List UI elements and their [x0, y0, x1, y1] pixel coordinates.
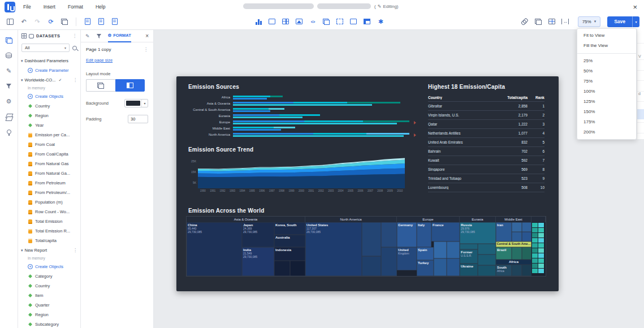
treemap-cell[interactable]: Spain: [417, 247, 434, 260]
zoom-menu-item[interactable]: 25%: [577, 56, 636, 66]
tree-item[interactable]: Emission per Ca...: [18, 130, 80, 140]
tree-item[interactable]: +Create Objects: [18, 92, 80, 101]
zoom-menu-item[interactable]: 125%: [577, 97, 636, 107]
treemap-cell[interactable]: Brazil: [496, 247, 512, 260]
caret-down-icon[interactable]: ▾: [21, 248, 23, 253]
zoom-menu-item[interactable]: 200%: [577, 127, 636, 137]
table-row[interactable]: Kuwait5927: [428, 156, 544, 165]
zoom-menu-item[interactable]: Fill the View: [577, 41, 636, 51]
tree-item[interactable]: Population (m): [18, 197, 80, 207]
zoom-menu-item[interactable]: Fit to View: [577, 31, 636, 41]
embed-icon[interactable]: [546, 16, 557, 27]
treemap-cell[interactable]: [362, 256, 381, 276]
help-nav-icon[interactable]: [4, 127, 14, 137]
treemap-small-cell[interactable]: [538, 269, 544, 273]
bar[interactable]: [233, 127, 411, 128]
zoom-menu-item[interactable]: 50%: [577, 66, 636, 76]
tree-item[interactable]: Total/capita: [18, 236, 80, 245]
save-options-icon[interactable]: ▾: [632, 16, 639, 27]
tree-section[interactable]: ▾New Report⋮: [18, 245, 80, 255]
table-row[interactable]: Gibraltar2,8581: [428, 102, 544, 111]
treemap-cell[interactable]: [460, 244, 478, 249]
insert-html-icon[interactable]: <>: [307, 16, 318, 27]
bar[interactable]: [233, 108, 411, 110]
filter-nav-icon[interactable]: [4, 81, 14, 91]
search-icon[interactable]: [72, 46, 77, 50]
treemap-cell[interactable]: [362, 222, 381, 256]
table-row[interactable]: Qatar1,2223: [428, 120, 544, 129]
treemap-cell[interactable]: Iran: [496, 222, 512, 241]
bar[interactable]: [233, 120, 411, 122]
bar[interactable]: [233, 98, 411, 100]
table-row[interactable]: Luxembourg50810: [428, 183, 544, 192]
background-color-picker[interactable]: ▾: [124, 99, 148, 107]
bar[interactable]: [233, 123, 411, 124]
tree-item[interactable]: +Create Parameter: [18, 66, 80, 75]
menu-insert[interactable]: Insert: [44, 4, 55, 10]
treemap-small-cell[interactable]: [532, 258, 538, 263]
insert-pivot-icon[interactable]: [361, 16, 373, 27]
treemap-cell[interactable]: [290, 261, 305, 276]
treemap-cell[interactable]: UnitedKingdom: [397, 247, 417, 270]
redo-icon[interactable]: ↷: [32, 16, 43, 27]
dataset-filter-select[interactable]: All ▾: [21, 44, 70, 52]
tree-item[interactable]: From Natural Ga...: [18, 169, 80, 178]
treemap-small-cell[interactable]: [532, 223, 538, 227]
treemap-small-cell[interactable]: [538, 248, 544, 253]
treemap-cell[interactable]: [478, 244, 496, 254]
treemap-cell[interactable]: Germany: [397, 222, 417, 247]
table-row[interactable]: United Arab Emirates8325: [428, 138, 544, 147]
tree-item[interactable]: +Create Objects: [18, 262, 80, 271]
tree-item[interactable]: Total Emission: [18, 217, 80, 226]
treemap-small-cell[interactable]: [538, 238, 544, 243]
treemap-small-cell[interactable]: [532, 243, 538, 248]
insert-shape-icon[interactable]: [321, 16, 332, 27]
treemap-cell[interactable]: Korea, South: [274, 222, 305, 235]
refresh-icon[interactable]: ⟳: [45, 16, 57, 27]
save-button[interactable]: Save: [607, 16, 632, 27]
tree-item[interactable]: From Coal/Capita: [18, 149, 80, 159]
treemap-cell[interactable]: [447, 241, 460, 258]
treemap-cell[interactable]: SouthAfrica: [496, 265, 512, 276]
treemap-cell[interactable]: [434, 241, 447, 258]
treemap-cell[interactable]: Africa: [496, 260, 531, 265]
insert-table-icon[interactable]: [280, 16, 291, 27]
menu-format[interactable]: Format: [68, 4, 83, 10]
treemap-small-cell[interactable]: [532, 233, 538, 238]
treemap-cell[interactable]: Italy: [417, 222, 431, 247]
tree-item[interactable]: Row Count - Wo...: [18, 207, 80, 217]
treemap-group-header[interactable]: Eurasia: [460, 217, 496, 222]
layout-grid-button[interactable]: [115, 79, 145, 92]
treemap-cell[interactable]: [522, 232, 531, 241]
zoom-menu-item[interactable]: 75%: [577, 76, 636, 87]
treemap-cell[interactable]: FormerU.S.S.R.: [460, 249, 478, 264]
treemap-small-cell[interactable]: [538, 233, 544, 238]
undo-icon[interactable]: ↶: [18, 16, 29, 27]
treemap-cell[interactable]: [522, 247, 531, 260]
treemap-group-header[interactable]: North America: [305, 217, 397, 222]
tree-item[interactable]: From Petroleum: [18, 178, 80, 188]
tree-item[interactable]: Region: [18, 310, 80, 320]
bar[interactable]: [233, 104, 411, 106]
treemap-cell[interactable]: Indonesia: [274, 247, 305, 261]
treemap-cell[interactable]: [512, 247, 522, 260]
padding-input[interactable]: [128, 115, 148, 123]
kebab-icon[interactable]: ⋮: [144, 47, 148, 52]
menu-help[interactable]: Help: [96, 4, 105, 10]
insert-chart-icon[interactable]: [253, 16, 264, 27]
treemap-group-header[interactable]: Middle East: [496, 217, 531, 222]
fit-width-icon[interactable]: ↔: [560, 16, 571, 27]
zoom-menu-item[interactable]: 150%: [577, 107, 636, 117]
tree-item[interactable]: Category: [18, 271, 80, 281]
treemap-cell[interactable]: [434, 258, 447, 276]
insert-image-icon[interactable]: [293, 16, 305, 27]
caret-down-icon[interactable]: ▾: [21, 78, 23, 83]
bar[interactable]: [233, 129, 411, 131]
new-sheet-icon[interactable]: [109, 16, 120, 27]
table-row[interactable]: Netherlands Antilles1,0774: [428, 129, 544, 138]
treemap-cell[interactable]: United States117,30729,730,085: [305, 222, 362, 276]
tree-item[interactable]: Year: [18, 120, 80, 130]
treemap-group-header[interactable]: Asia & Oceania: [187, 217, 305, 222]
tree-item[interactable]: Quarter: [18, 300, 80, 310]
treemap-group-header[interactable]: Europe: [397, 217, 460, 222]
